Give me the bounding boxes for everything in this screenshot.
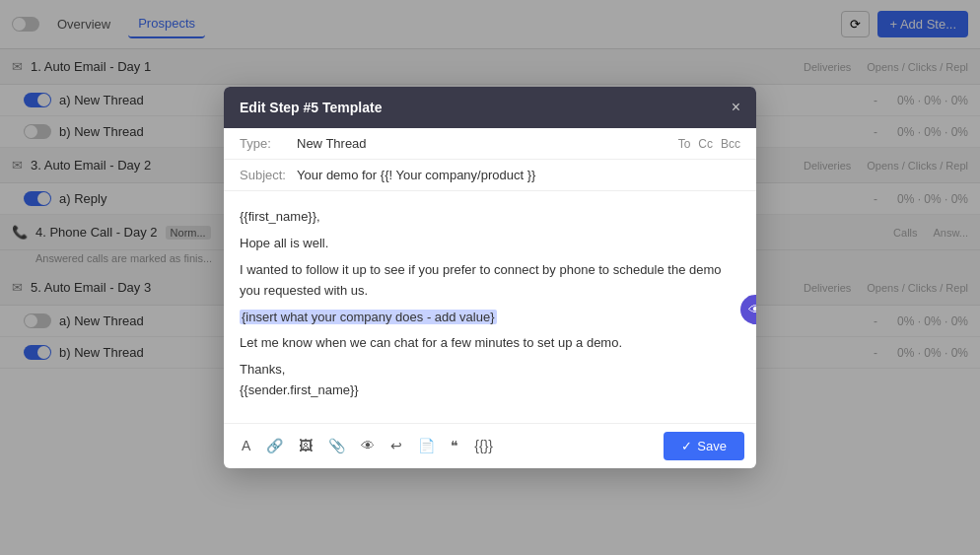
link-button[interactable]: 🔗 — [260, 434, 289, 457]
save-checkmark-icon: ✓ — [681, 439, 692, 453]
modal-subject-label: Subject: — [240, 168, 289, 182]
template-icon: 📄 — [418, 438, 435, 453]
modal-type-label: Type: — [240, 136, 289, 151]
modal-content-area[interactable]: {{first_name}}, Hope all is well. I want… — [224, 191, 756, 422]
quote-icon: ❝ — [451, 438, 458, 453]
eye-toolbar-icon: 👁 — [361, 438, 375, 453]
link-icon: 🔗 — [266, 438, 283, 453]
bcc-button[interactable]: Bcc — [721, 137, 740, 151]
modal-subject-value[interactable]: Your demo for {{! Your company/product }… — [297, 168, 740, 182]
eye-toolbar-button[interactable]: 👁 — [355, 434, 381, 457]
template-button[interactable]: 📄 — [412, 434, 441, 457]
modal-type-value: New Thread — [297, 136, 670, 151]
cc-button[interactable]: Cc — [698, 137, 713, 151]
body-line-1: {{first_name}}, — [240, 207, 740, 228]
text-format-button[interactable]: A — [236, 434, 256, 457]
modal-toolbar: A 🔗 🖼 📎 👁 ↩ 📄 ❝ {{} — [224, 423, 756, 468]
variable-button[interactable]: {{}} — [468, 434, 499, 457]
save-label: Save — [697, 439, 727, 453]
body-line-3: I wanted to follow it up to see if you p… — [240, 260, 740, 302]
body-line-4: {insert what your company does - add val… — [240, 308, 740, 328]
body-line-2: Hope all is well. — [240, 234, 740, 254]
to-button[interactable]: To — [678, 137, 691, 151]
save-button[interactable]: ✓ Save — [664, 432, 744, 460]
to-cc-bcc-row: To Cc Bcc — [678, 137, 740, 151]
variable-icon: {{}} — [474, 438, 493, 453]
edit-template-modal: Edit Step #5 Template × Type: New Thread… — [224, 87, 756, 467]
body-line-6: Thanks,{{sender.first_name}} — [240, 360, 740, 401]
undo-button[interactable]: ↩ — [385, 434, 408, 457]
modal-subject-row: Subject: Your demo for {{! Your company/… — [224, 160, 756, 191]
text-format-icon: A — [242, 438, 250, 453]
modal-body: Type: New Thread To Cc Bcc Subject: Your… — [224, 128, 756, 422]
image-button[interactable]: 🖼 — [293, 434, 318, 457]
highlighted-text: {insert what your company does - add val… — [240, 310, 497, 324]
modal-type-row: Type: New Thread To Cc Bcc — [224, 128, 756, 160]
undo-icon: ↩ — [390, 438, 402, 453]
modal-close-button[interactable]: × — [732, 99, 740, 116]
image-icon: 🖼 — [299, 438, 313, 453]
attachment-button[interactable]: 📎 — [322, 434, 351, 457]
eye-bubble-button[interactable]: 👁 — [740, 295, 756, 324]
modal-overlay: Edit Step #5 Template × Type: New Thread… — [0, 0, 980, 555]
quote-button[interactable]: ❝ — [445, 434, 464, 457]
body-line-5: Let me know when we can chat for a few m… — [240, 333, 740, 354]
eye-icon: 👁 — [748, 299, 756, 320]
modal-title: Edit Step #5 Template — [240, 100, 382, 115]
modal-header: Edit Step #5 Template × — [224, 87, 756, 128]
attachment-icon: 📎 — [328, 438, 345, 453]
